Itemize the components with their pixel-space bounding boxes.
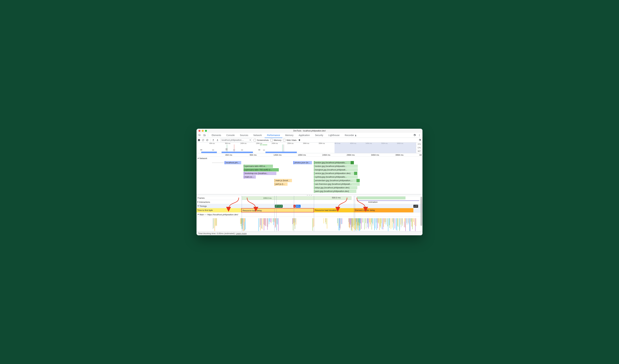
lcp-segments: Time to first byteResource load delayRes…: [197, 208, 422, 212]
blocking-time: Total blocking time: 0.00ms (estimated): [198, 232, 235, 235]
network-request[interactable]: bootstrap.css (localhos...: [244, 172, 276, 175]
titlebar: DevTools - localhost.philipwalton.dev/: [197, 129, 422, 133]
timings-track: FPFCPLDCLLCP: [197, 204, 422, 208]
svg-point-3: [419, 134, 420, 135]
lcp-segment[interactable]: Resource load duration: [314, 208, 354, 212]
interactions-label: Interactions: [199, 201, 210, 203]
record-icon[interactable]: [198, 139, 200, 141]
gear-icon[interactable]: [412, 133, 417, 137]
timings-row[interactable]: Timings FPFCPLDCLLCP: [197, 204, 422, 208]
scrollbar-thumb[interactable]: [421, 197, 422, 226]
tab-console[interactable]: Console: [224, 133, 237, 138]
network-waterfall[interactable]: localhost.phi...opensans-latin-400.w...o…: [197, 160, 422, 194]
reload-icon[interactable]: [202, 139, 204, 141]
label-cpu: CPU: [416, 146, 422, 150]
tab-memory[interactable]: Memory: [283, 133, 296, 138]
network-request[interactable]: amsterdam.jpg (localhost.philipwalton...…: [314, 179, 360, 182]
trash-icon[interactable]: [298, 139, 301, 141]
checkbox-screenshots[interactable]: Screenshots: [253, 139, 269, 141]
panel-tab-strip: Elements Console Sources Network Perform…: [197, 133, 422, 138]
tab-security[interactable]: Security: [313, 133, 326, 138]
tab-network[interactable]: Network: [251, 133, 264, 138]
svg-line-7: [207, 140, 208, 141]
download-icon[interactable]: [216, 139, 219, 141]
network-request[interactable]: perf.js (l...: [274, 182, 288, 186]
network-request[interactable]: opensans-latin-700.woff2 (l...: [244, 168, 279, 171]
frames-track: 1050.0 ms500.0 ms: [197, 196, 422, 200]
lcp-segment[interactable]: Time to first byte: [197, 208, 241, 212]
network-request[interactable]: london.jpg (localhost.philipwalto...: [314, 161, 354, 164]
frames-label: Frames: [197, 197, 205, 199]
network-request[interactable]: photos.json (lo...: [293, 161, 312, 164]
network-request[interactable]: tokyo.jpg (localhost.philipwalton.dev): [314, 186, 357, 189]
overview-out-of-range: [335, 142, 416, 153]
main-row[interactable]: Main — https://localhost.philipwalton.de…: [197, 212, 422, 217]
segment-selector[interactable]: localhost.philipwalton....▾: [220, 138, 252, 142]
learn-more-link[interactable]: Learn more: [236, 232, 246, 235]
chevron-down-icon: [197, 206, 199, 207]
timing-marker[interactable]: FCP: [278, 205, 283, 208]
flame-chart[interactable]: Frames 1050.0 ms500.0 ms Interactions An…: [197, 196, 422, 231]
interactions-row[interactable]: Interactions Animation: [197, 200, 422, 204]
svg-rect-2: [205, 135, 205, 136]
window-title: DevTools - localhost.philipwalton.dev/: [197, 130, 422, 132]
status-bar: Total blocking time: 0.00ms (estimated) …: [197, 231, 422, 235]
svg-rect-1: [204, 134, 205, 136]
time-ruler[interactable]: 494 ms994 ms1494 ms1994 ms2494 ms2994 ms…: [197, 153, 422, 157]
kebab-icon[interactable]: [417, 133, 422, 137]
network-request[interactable]: opensans-latin-400.w...: [244, 165, 273, 168]
divider: [208, 134, 208, 137]
network-request[interactable]: sydney.jpg (localhost.philipwalto...: [314, 175, 358, 179]
lcp-segment[interactable]: Resource load delay: [241, 208, 314, 212]
flask-icon: [355, 134, 357, 136]
animation-track: Animation: [197, 200, 422, 204]
chevron-right-icon: [197, 201, 198, 203]
frames-row[interactable]: Frames 1050.0 ms500.0 ms: [197, 196, 422, 200]
network-label: Network: [199, 157, 207, 160]
tab-lighthouse[interactable]: Lighthouse: [326, 133, 342, 138]
timing-marker[interactable]: DCL: [296, 205, 301, 208]
timing-marker[interactable]: LCP: [413, 205, 418, 208]
network-request[interactable]: main.css ...: [244, 175, 256, 179]
main-flame[interactable]: [197, 217, 422, 231]
timing-marker[interactable]: L: [293, 205, 295, 208]
tab-application[interactable]: Application: [296, 133, 312, 138]
network-request[interactable]: bangkok.jpg (localhost.philipwalt...: [314, 168, 358, 171]
label-net: NET: [416, 150, 422, 153]
network-header[interactable]: Network: [197, 157, 422, 160]
checkbox-memory[interactable]: Memory: [270, 139, 281, 141]
network-request[interactable]: paris.jpg (localhost.philipwalton.dev): [314, 190, 356, 193]
overview-labels: FPS CPU NET: [416, 142, 422, 153]
network-request[interactable]: london.jpg (localhost.philipwalto...: [314, 165, 358, 168]
inspect-icon[interactable]: [197, 133, 202, 137]
checkbox-webvitals[interactable]: Web Vitals: [283, 139, 296, 141]
svg-point-5: [419, 136, 420, 136]
tab-sources[interactable]: Sources: [238, 133, 251, 138]
tab-recorder[interactable]: Recorder: [342, 133, 359, 138]
main-label: Main — https://localhost.philipwalton.de…: [199, 213, 238, 216]
device-icon[interactable]: [202, 133, 207, 137]
chevron-down-icon: [197, 214, 199, 215]
timings-label: Timings: [199, 205, 207, 207]
devtools-window: DevTools - localhost.philipwalton.dev/ E…: [197, 129, 422, 235]
chevron-down-icon: [197, 158, 199, 159]
label-fps: FPS: [416, 142, 422, 146]
splitter[interactable]: • • •: [197, 194, 422, 196]
upload-icon[interactable]: [212, 139, 215, 141]
svg-point-4: [419, 135, 420, 136]
lcp-segment[interactable]: Element render delay: [354, 208, 413, 212]
overview-strip[interactable]: 494 ms994 ms1494 ms1994 ms2494 ms2994 ms…: [197, 142, 422, 153]
perf-toolbar: localhost.philipwalton....▾ Screenshots …: [197, 138, 422, 142]
tab-elements[interactable]: Elements: [209, 133, 223, 138]
timings-segments-row[interactable]: Time to first byteResource load delayRes…: [197, 208, 422, 212]
network-request[interactable]: venice.jpg (localhost.philipwalton.dev): [314, 172, 357, 175]
gear-icon[interactable]: [419, 139, 421, 141]
clear-icon[interactable]: [206, 139, 209, 141]
network-request[interactable]: main.js (local...: [274, 179, 292, 182]
tab-performance[interactable]: Performance: [265, 133, 282, 138]
network-request[interactable]: localhost.phi...: [225, 161, 241, 164]
network-request[interactable]: san-francisco.jpg (localhost.philipwalt.…: [314, 182, 360, 186]
